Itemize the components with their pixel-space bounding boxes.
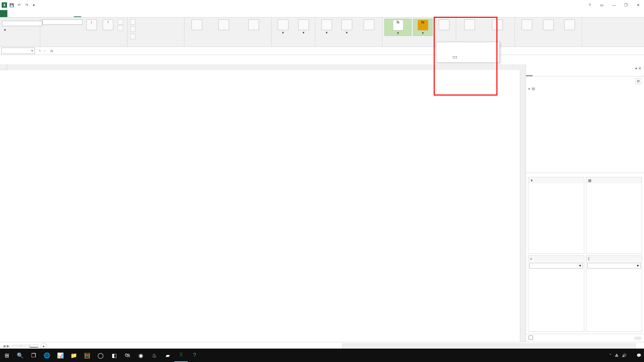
- fieldpane-close-icon[interactable]: ✕: [638, 66, 641, 70]
- taskview-icon[interactable]: ❐: [27, 349, 40, 362]
- app-icon-4[interactable]: ◉: [134, 349, 148, 362]
- sheet-tab-2[interactable]: [21, 345, 30, 347]
- datasource-button[interactable]: ▾: [294, 19, 313, 35]
- group-selection-button[interactable]: [129, 19, 138, 25]
- tab-design[interactable]: [81, 10, 89, 17]
- ribbon-options-icon[interactable]: ▭: [597, 2, 606, 8]
- formula-input[interactable]: [55, 50, 644, 52]
- fieldpane-tab-all[interactable]: [533, 73, 539, 76]
- calc-icon[interactable]: 🧮: [80, 349, 94, 362]
- tab-pagelayout[interactable]: [22, 10, 30, 17]
- slicer-button[interactable]: [186, 19, 207, 32]
- tab-analyze[interactable]: [74, 10, 81, 17]
- sheet-nav-next-icon[interactable]: ▶: [7, 344, 9, 348]
- filter-connections-button[interactable]: [240, 19, 267, 32]
- save-icon[interactable]: 💾: [9, 2, 14, 8]
- activefield-input[interactable]: [42, 19, 83, 25]
- tab-view[interactable]: [52, 10, 59, 17]
- update-button[interactable]: [635, 337, 641, 340]
- defer-checkbox[interactable]: [529, 336, 533, 341]
- spreadsheet-grid[interactable]: [0, 64, 526, 342]
- timeline-button[interactable]: [209, 19, 239, 32]
- excel-taskbar-icon[interactable]: X: [174, 349, 188, 362]
- value-field-item[interactable]: ▾: [587, 263, 641, 268]
- vertical-scrollbar[interactable]: [520, 70, 526, 342]
- area-filters[interactable]: ▼: [528, 177, 584, 254]
- app-icon-1[interactable]: 🌐: [40, 349, 54, 362]
- tray-up-icon[interactable]: ˄: [609, 353, 611, 358]
- store-icon[interactable]: 🛍: [121, 349, 134, 362]
- group-pivottable: [2, 45, 38, 46]
- collapse-button[interactable]: [117, 25, 125, 31]
- tab-data[interactable]: [37, 10, 44, 17]
- expand-button[interactable]: [117, 19, 125, 25]
- headers-button[interactable]: [559, 19, 580, 32]
- app-icon-2[interactable]: 📊: [54, 349, 67, 362]
- pivot-name-input[interactable]: [2, 21, 42, 26]
- app-icon-5[interactable]: ♨: [148, 349, 161, 362]
- buttons-button[interactable]: [538, 19, 558, 32]
- sheet-tab-1[interactable]: [12, 345, 21, 347]
- menu-manage-sets[interactable]: [437, 59, 499, 62]
- timeline-icon: [218, 19, 229, 30]
- fieldpane-tab-active[interactable]: [526, 73, 533, 76]
- chrome-icon[interactable]: ◯: [94, 349, 107, 362]
- row-field-item[interactable]: ▾: [529, 263, 583, 268]
- tray-notifications-icon[interactable]: 💬: [637, 353, 641, 358]
- tab-insert[interactable]: [15, 10, 22, 17]
- maximize-icon[interactable]: ❐: [621, 2, 631, 8]
- app-icon-3[interactable]: ◧: [107, 349, 121, 362]
- minimize-icon[interactable]: —: [609, 2, 619, 8]
- area-rows[interactable]: ≡ ▾: [528, 255, 584, 332]
- help-taskbar-icon[interactable]: ?: [188, 349, 201, 362]
- fx-icon[interactable]: fx: [48, 49, 55, 53]
- group-field-button[interactable]: [129, 34, 138, 40]
- accept-formula-icon[interactable]: ✓: [43, 49, 46, 53]
- relations-button[interactable]: [434, 19, 454, 32]
- tray-network-icon[interactable]: 🖧: [615, 353, 619, 357]
- menu-rowset[interactable]: [437, 54, 499, 56]
- refresh-button[interactable]: ▾: [274, 19, 293, 35]
- clear-button[interactable]: ▾: [317, 19, 336, 35]
- select-all-corner[interactable]: [0, 64, 7, 70]
- sheet-nav-prev-icon[interactable]: ◀: [3, 344, 5, 348]
- recommended-button[interactable]: [482, 19, 513, 32]
- tab-home[interactable]: [7, 10, 15, 17]
- menu-list-formulas[interactable]: [437, 51, 499, 54]
- explorer-icon[interactable]: 📁: [67, 349, 80, 362]
- connections-icon: [248, 19, 259, 30]
- area-values[interactable]: Σ ▾: [586, 255, 642, 332]
- help-icon[interactable]: ?: [585, 2, 594, 8]
- select-button[interactable]: ▾: [337, 19, 356, 35]
- area-columns[interactable]: ▦: [586, 177, 642, 254]
- tab-powerpivot[interactable]: [66, 10, 74, 17]
- move-button[interactable]: [358, 19, 380, 32]
- ungroup-button[interactable]: [129, 26, 138, 32]
- pivotchart-button[interactable]: [458, 19, 481, 32]
- fieldlist-button[interactable]: [517, 19, 537, 32]
- redo-icon[interactable]: ↷: [24, 2, 29, 8]
- tab-formulas[interactable]: [30, 10, 37, 17]
- name-box[interactable]: ▾: [1, 48, 35, 54]
- start-button[interactable]: ⊞: [0, 349, 13, 362]
- drilldown-button[interactable]: ↓: [84, 19, 99, 32]
- horizontal-scrollbar[interactable]: [342, 344, 636, 349]
- drillup-button[interactable]: ↑: [101, 19, 116, 32]
- tab-developer[interactable]: [59, 10, 66, 17]
- fields-items-sets-button[interactable]: fx▾: [384, 19, 412, 36]
- olap-tools-button[interactable]: fx▾: [413, 19, 433, 36]
- undo-icon[interactable]: ↶: [16, 2, 22, 8]
- search-icon[interactable]: 🔍: [13, 349, 27, 362]
- cancel-formula-icon[interactable]: ✕: [38, 49, 41, 53]
- fieldpane-dropdown-icon[interactable]: ▾: [635, 66, 637, 70]
- sheet-tab-3[interactable]: [30, 345, 38, 348]
- tab-review[interactable]: [44, 10, 52, 17]
- app-icon-6[interactable]: ▰: [161, 349, 174, 362]
- tab-file[interactable]: [0, 10, 7, 17]
- close-icon[interactable]: ✕: [633, 2, 643, 8]
- drilldown-icon: ↓: [86, 19, 97, 30]
- qat-dropdown-icon[interactable]: ▾: [31, 2, 37, 8]
- tray-volume-icon[interactable]: 🔊: [622, 353, 627, 358]
- field-table-name[interactable]: [529, 86, 641, 92]
- gear-icon[interactable]: ⚙: [635, 78, 641, 84]
